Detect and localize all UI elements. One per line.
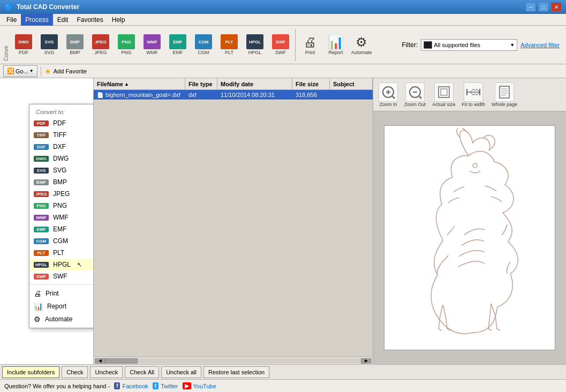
toolbar-jpeg[interactable]: EMF EMF xyxy=(165,28,190,62)
menu-favorites[interactable]: Favorites xyxy=(72,14,107,26)
preview-image xyxy=(389,128,550,348)
dropdown-item-tiff[interactable]: TIFF TIFF xyxy=(29,129,94,141)
toolbar-cgm[interactable]: SWF SWF xyxy=(268,28,293,62)
svg-point-18 xyxy=(473,163,477,168)
include-subfolders-button[interactable]: Include subfolders xyxy=(2,366,59,378)
table-row[interactable]: 📄 bighorn_mountain_goat=.dxf dxf 11/10/2… xyxy=(94,90,373,100)
dropdown-item-swf[interactable]: SWF SWF xyxy=(29,270,94,282)
toolbar-automate[interactable]: ⚙ Automate xyxy=(349,28,374,62)
col-header-date[interactable]: Modify date xyxy=(217,78,292,89)
dropdown-item-print[interactable]: 🖨 Print xyxy=(29,287,94,300)
file-cell-date: 11/10/2014 08:20:31 xyxy=(217,91,292,99)
nav-sep xyxy=(41,66,41,76)
toolbar-tiff[interactable]: SVG SVG xyxy=(37,28,62,62)
preview-canvas xyxy=(384,125,555,350)
youtube-link[interactable]: ▶ YouTube xyxy=(183,382,216,389)
svg-rect-8 xyxy=(441,89,447,95)
filter-label: Filter: xyxy=(402,41,418,49)
actual-size-icon xyxy=(436,85,451,100)
dropdown-header: Convert to: xyxy=(29,107,94,117)
dropdown-item-dwg[interactable]: DWG DWG xyxy=(29,153,94,164)
preview-panel: Zoom In Zoom Out xyxy=(373,78,566,364)
filter-dropdown-arrow[interactable]: ▼ xyxy=(510,42,515,48)
h-scrollbar[interactable]: ◀ ▶ xyxy=(94,357,373,364)
zoom-out-icon xyxy=(407,85,422,100)
twitter-icon: t xyxy=(153,382,159,389)
go-button[interactable]: 🔀 Go... ▼ xyxy=(3,65,37,77)
minimize-button[interactable]: ─ xyxy=(525,2,536,12)
dropdown-item-dxf[interactable]: DXF DXF xyxy=(29,141,94,153)
dropdown-item-automate[interactable]: ⚙ Automate xyxy=(29,313,94,326)
dropdown-item-emf[interactable]: EMF EMF xyxy=(29,223,94,235)
toolbar-dxf[interactable]: BMP BMP xyxy=(63,28,87,62)
scroll-right-btn[interactable]: ▶ xyxy=(361,358,372,364)
twitter-link[interactable]: t Twitter xyxy=(153,382,178,389)
maximize-button[interactable]: □ xyxy=(538,2,549,12)
sort-asc-icon: ▲ xyxy=(124,81,129,87)
menu-help[interactable]: Help xyxy=(108,14,130,26)
menu-process[interactable]: Process xyxy=(21,14,52,26)
facebook-icon: f xyxy=(114,382,120,389)
zoom-in-icon xyxy=(381,85,396,100)
actual-size-button[interactable]: Actual size xyxy=(430,81,458,108)
dropdown-item-png[interactable]: PNG PNG xyxy=(29,200,94,212)
app-title: Total CAD Converter xyxy=(17,3,79,11)
file-list-header: FileName ▲ File type Modify date File si… xyxy=(94,78,373,90)
dropdown-item-report[interactable]: 📊 Report xyxy=(29,300,94,313)
scroll-track[interactable] xyxy=(105,358,361,364)
toolbar-wmf[interactable]: PLT PLT xyxy=(217,28,242,62)
svg-line-3 xyxy=(393,96,395,99)
dropdown-item-cgm[interactable]: CGM CGM xyxy=(29,235,94,247)
dropdown-item-bmp[interactable]: BMP BMP xyxy=(29,176,94,188)
dropdown-item-jpeg[interactable]: JPEG JPEG xyxy=(29,188,94,200)
dropdown-item-svg[interactable]: SVG SVG xyxy=(29,164,94,176)
menu-edit[interactable]: Edit xyxy=(53,14,73,26)
toolbar-separator xyxy=(295,29,296,61)
status-text: Question? We offer you a helping hand - xyxy=(4,383,110,389)
dropdown-item-wmf[interactable]: WMF WMF xyxy=(29,212,94,223)
fit-to-width-button[interactable]: Fit to width xyxy=(460,81,488,108)
scroll-left-btn[interactable]: ◀ xyxy=(95,358,105,364)
file-cell-type: dxf xyxy=(185,91,217,99)
status-bar: Question? We offer you a helping hand - … xyxy=(0,379,566,392)
close-button[interactable]: ✕ xyxy=(551,2,562,12)
dropdown-item-pdf[interactable]: PDF PDF xyxy=(29,117,94,129)
dropdown-item-plt[interactable]: PLT PLT xyxy=(29,247,94,259)
file-cell-name: 📄 bighorn_mountain_goat=.dxf xyxy=(94,91,185,99)
uncheck-all-button[interactable]: Uncheck all xyxy=(161,366,201,378)
menu-file[interactable]: File xyxy=(2,14,21,26)
col-header-subject[interactable]: Subject xyxy=(330,78,373,89)
toolbar-png[interactable]: CGM CGM xyxy=(191,28,216,62)
nav-bar: 🔀 Go... ▼ ★ Add Favorite xyxy=(0,64,566,78)
col-header-size[interactable]: File size xyxy=(292,78,330,89)
whole-page-button[interactable]: Whole page xyxy=(489,81,519,108)
check-button[interactable]: Check xyxy=(62,366,88,378)
cursor-indicator: ↖ xyxy=(77,261,82,268)
toolbar-svg[interactable]: PNG PNG xyxy=(114,28,139,62)
zoom-out-button[interactable]: Zoom Out xyxy=(402,81,428,108)
toolbar-dwg[interactable]: JPEG JPEG xyxy=(88,28,113,62)
restore-last-button[interactable]: Restore last selection xyxy=(203,366,269,378)
col-header-filename[interactable]: FileName ▲ xyxy=(94,78,185,89)
toolbar-pdf[interactable]: DWG PDF xyxy=(11,28,36,62)
dropdown-item-hpgl[interactable]: HPGL HPGL ↖ xyxy=(29,259,94,270)
check-all-button[interactable]: Check All xyxy=(125,366,159,378)
uncheck-button[interactable]: Uncheck xyxy=(90,366,123,378)
file-cell-size: 318,656 xyxy=(292,91,330,99)
toolbar-print[interactable]: 🖨 Print xyxy=(298,28,322,62)
toolbar-bmp[interactable]: WMF WMF xyxy=(140,28,164,62)
facebook-link[interactable]: f Facebook xyxy=(114,382,148,389)
col-header-filetype[interactable]: File type xyxy=(185,78,217,89)
toolbar: Conve DWG PDF SVG SVG BMP BMP JPEG JPEG … xyxy=(0,26,566,64)
advanced-filter-button[interactable]: Advanced filter xyxy=(520,42,560,48)
zoom-in-button[interactable]: Zoom In xyxy=(376,81,400,108)
scroll-thumb[interactable] xyxy=(105,358,138,364)
dropdown-separator xyxy=(29,284,94,285)
filter-select[interactable]: All supported files ▼ xyxy=(421,39,517,51)
title-bar: 🔷 Total CAD Converter ─ □ ✕ xyxy=(0,0,566,14)
bottom-bar: Include subfolders Check Uncheck Check A… xyxy=(0,364,566,379)
toolbar-report[interactable]: 📊 Report xyxy=(323,28,348,62)
add-favorite-button[interactable]: ★ Add Favorite xyxy=(44,67,87,76)
file-cell-subject xyxy=(330,94,373,95)
toolbar-emf[interactable]: HPGL HPGL xyxy=(243,28,267,62)
